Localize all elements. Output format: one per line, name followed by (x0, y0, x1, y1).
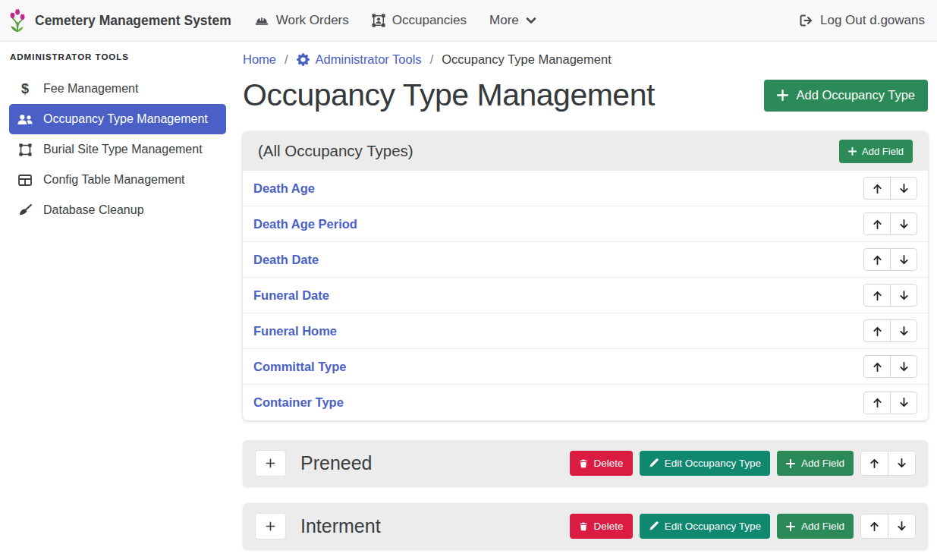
edit-occupancy-type-button[interactable]: Edit Occupancy Type (640, 451, 770, 476)
breadcrumb-separator: / (430, 52, 434, 67)
sidebar-item-database-cleanup[interactable]: Database Cleanup (9, 195, 226, 225)
section-title: Preneed (300, 452, 373, 474)
field-link[interactable]: Death Age (253, 181, 315, 196)
add-field-button[interactable]: Add Field (777, 514, 854, 539)
field-link[interactable]: Funeral Home (253, 324, 337, 338)
vector-square-icon (17, 143, 33, 156)
add-occupancy-type-button[interactable]: Add Occupancy Type (764, 80, 928, 112)
move-down-button[interactable] (890, 392, 917, 414)
nav-work-orders[interactable]: Work Orders (254, 13, 349, 28)
sidebar-item-fee-management[interactable]: $ Fee Management (9, 74, 226, 104)
reorder-controls (860, 514, 916, 539)
section-title: Interment (300, 515, 381, 537)
hard-hat-icon (254, 15, 269, 27)
dollar-icon: $ (17, 82, 33, 96)
sidebar-item-label: Burial Site Type Management (43, 143, 203, 156)
breadcrumb-current: Occupancy Type Management (442, 52, 612, 67)
field-link[interactable]: Committal Type (253, 360, 347, 374)
move-up-button[interactable] (863, 284, 891, 307)
move-down-button[interactable] (890, 284, 917, 307)
sidebar-item-label: Occupancy Type Management (43, 112, 208, 126)
move-down-button[interactable] (890, 177, 917, 200)
delete-button[interactable]: Delete (570, 451, 633, 476)
sidebar-item-config-table-management[interactable]: Config Table Management (9, 165, 226, 195)
all-occupancy-types-card: (All Occupancy Types) Add Field Death Ag… (243, 131, 928, 420)
sidebar-item-label: Fee Management (43, 82, 138, 96)
logout-label: Log Out d.gowans (820, 13, 925, 28)
move-up-button[interactable] (863, 392, 891, 414)
move-down-button[interactable] (890, 319, 917, 342)
field-link[interactable]: Death Age Period (253, 217, 357, 231)
move-down-button[interactable] (890, 355, 917, 378)
field-row: Container Type (243, 385, 928, 420)
plus-icon (786, 459, 795, 468)
field-link[interactable]: Funeral Date (253, 288, 329, 303)
field-row: Funeral Date (243, 278, 928, 313)
move-down-button[interactable] (888, 451, 916, 476)
move-up-button[interactable] (863, 319, 891, 342)
sign-out-icon (800, 14, 813, 27)
users-icon (17, 114, 33, 125)
add-field-button[interactable]: Add Field (839, 140, 913, 163)
card-title: (All Occupancy Types) (258, 142, 413, 160)
add-field-button[interactable]: Add Field (777, 451, 854, 476)
move-down-button[interactable] (890, 248, 917, 271)
move-up-button[interactable] (863, 248, 891, 271)
field-row: Death Age Period (243, 206, 928, 242)
nav-more[interactable]: More (489, 13, 536, 28)
reorder-controls (860, 451, 916, 476)
move-down-button[interactable] (888, 514, 916, 539)
occupancy-type-section-interment: Interment Delete Edit Occupancy Type (243, 503, 928, 549)
sidebar-item-burial-site-type-management[interactable]: Burial Site Type Management (9, 134, 226, 165)
sidebar-item-label: Database Cleanup (43, 203, 144, 217)
breadcrumb-home[interactable]: Home (243, 52, 276, 67)
table-icon (17, 175, 33, 186)
reorder-controls (863, 355, 917, 378)
field-row: Committal Type (243, 349, 928, 385)
move-up-button[interactable] (863, 177, 891, 200)
move-up-button[interactable] (860, 451, 888, 476)
plot-person-icon (372, 14, 385, 27)
brand[interactable]: Cemetery Management System (8, 8, 231, 33)
gear-icon (297, 53, 310, 66)
plus-icon (786, 522, 795, 531)
expand-button[interactable] (255, 450, 286, 477)
field-link[interactable]: Death Date (253, 253, 319, 267)
field-link[interactable]: Container Type (253, 395, 344, 410)
sidebar-item-occupancy-type-management[interactable]: Occupancy Type Management (9, 104, 226, 134)
reorder-controls (863, 177, 917, 200)
reorder-controls (863, 319, 917, 342)
trash-icon (579, 458, 588, 469)
reorder-controls (863, 284, 917, 307)
section-actions: Delete Edit Occupancy Type Add Field (570, 451, 916, 476)
breadcrumb-administrator-tools[interactable]: Administrator Tools (297, 52, 422, 67)
tulip-logo-icon (8, 8, 27, 33)
sidebar-item-label: Config Table Management (43, 173, 185, 187)
section-actions: Delete Edit Occupancy Type Add Field (570, 514, 916, 539)
nav-occupancies[interactable]: Occupancies (372, 13, 467, 28)
trash-icon (579, 521, 588, 532)
logout-button[interactable]: Log Out d.gowans (800, 13, 925, 28)
nav-occupancies-label: Occupancies (392, 13, 467, 28)
field-row: Death Age (243, 171, 928, 206)
card-header: (All Occupancy Types) Add Field (243, 131, 928, 171)
expand-button[interactable] (255, 513, 286, 540)
reorder-controls (863, 248, 917, 271)
sidebar: ADMINISTRATOR TOOLS $ Fee Management Occ… (0, 42, 235, 560)
move-down-button[interactable] (890, 212, 917, 235)
page-title: Occupancy Type Management (243, 77, 655, 113)
move-up-button[interactable] (860, 514, 888, 539)
plus-icon (777, 90, 788, 101)
main-content: Home / Administrator Tools / Occupancy T… (235, 42, 937, 560)
move-up-button[interactable] (863, 355, 891, 378)
reorder-controls (863, 212, 917, 235)
edit-occupancy-type-button[interactable]: Edit Occupancy Type (640, 514, 770, 539)
nav-more-label: More (489, 13, 519, 28)
delete-button[interactable]: Delete (570, 514, 633, 539)
breadcrumb-separator: / (285, 52, 288, 67)
move-up-button[interactable] (863, 212, 891, 235)
occupancy-type-section-preneed: Preneed Delete Edit Occupancy Type (243, 440, 928, 486)
broom-icon (17, 204, 33, 216)
pencil-icon (649, 521, 659, 531)
top-navbar: Cemetery Management System Work Orders O… (0, 0, 937, 42)
